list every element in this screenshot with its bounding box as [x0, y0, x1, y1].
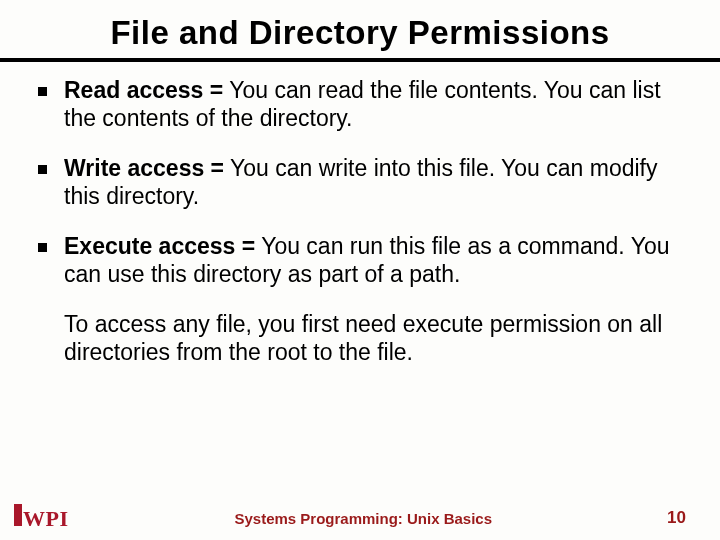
title-rule	[0, 58, 720, 62]
logo-mark	[14, 504, 22, 526]
footer: WPI Systems Programming: Unix Basics 10	[0, 504, 720, 532]
logo-text: WPI	[23, 506, 69, 532]
page-number: 10	[658, 508, 686, 528]
closing-paragraph: To access any file, you first need execu…	[28, 310, 692, 366]
bullet-item: Write access = You can write into this f…	[34, 154, 686, 210]
bullet-item: Execute access = You can run this file a…	[34, 232, 686, 288]
slide: File and Directory Permissions Read acce…	[0, 0, 720, 540]
bullet-term: Execute access =	[64, 233, 255, 259]
bullet-list: Read access = You can read the file cont…	[28, 76, 692, 288]
bullet-term: Read access =	[64, 77, 223, 103]
logo: WPI	[14, 504, 69, 532]
footer-course: Systems Programming: Unix Basics	[69, 510, 659, 527]
bullet-term: Write access =	[64, 155, 224, 181]
bullet-item: Read access = You can read the file cont…	[34, 76, 686, 132]
slide-title: File and Directory Permissions	[28, 14, 692, 52]
